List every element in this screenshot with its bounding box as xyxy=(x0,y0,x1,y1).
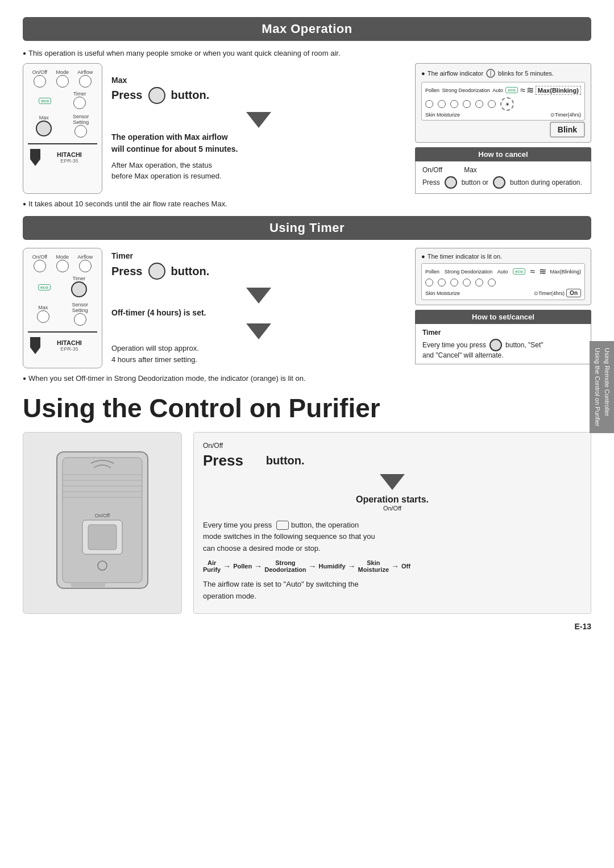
press-label-control: Press xyxy=(203,452,243,470)
hitachi-arrow xyxy=(30,149,40,166)
cancel-onoff-circle xyxy=(445,176,457,189)
remote-control-max: On/Off Mode Airflow eco Timer xyxy=(23,63,102,194)
airflow-icon xyxy=(486,68,496,78)
arrow-down-timer2 xyxy=(246,323,271,339)
button-label-timer: button. xyxy=(171,265,210,278)
max-instruction2: After Max operation, the status before M… xyxy=(111,160,406,182)
how-to-cancel-box: How to cancel On/Off Max Press button or… xyxy=(415,147,591,194)
airflow-note2: operation mode. xyxy=(203,591,582,603)
on-off-sub: On/Off xyxy=(203,505,582,512)
inline-button-placeholder xyxy=(276,521,289,530)
airflow-note: The airflow rate is set to "Auto" by swi… xyxy=(203,579,582,591)
timer-press-circle2 xyxy=(489,339,502,351)
button-label-control: button. xyxy=(266,454,305,467)
max-press-circle xyxy=(148,87,165,104)
using-timer-header: Using Timer xyxy=(23,216,591,240)
press-label-timer: Press xyxy=(111,265,143,278)
timer-sub-label: Timer xyxy=(422,329,584,337)
max-operation-header: Max Operation xyxy=(23,17,591,41)
arrow-down-max xyxy=(246,112,271,128)
purifier-svg: On/Off xyxy=(40,441,165,605)
timer-instruction1: Off-timer (4 hours) is set. xyxy=(111,307,406,319)
svg-rect-13 xyxy=(71,583,105,587)
blink-label: Blink xyxy=(550,122,585,138)
max-right-panel: ● The airflow indicator blinks for 5 min… xyxy=(415,63,591,194)
button-label-max: button. xyxy=(171,89,210,102)
svg-text:On/Off: On/Off xyxy=(95,513,110,518)
mode-flow: Air Purify → Pollen → Strong Deodorizati… xyxy=(203,559,582,573)
timer-right-panel: ● The timer indicator is lit on. Pollen … xyxy=(415,248,591,368)
timer-press-circle xyxy=(148,263,165,280)
cancel-max-circle xyxy=(493,176,505,189)
remote-control-timer: On/Off Mode Airflow eco Timer xyxy=(23,248,102,368)
max-bullet2: It takes about 10 seconds until the air … xyxy=(23,200,591,208)
timer-instruction2: Operation will stop approx. 4 hours afte… xyxy=(111,343,406,365)
arrow-down-timer1 xyxy=(246,288,271,304)
max-instructions: Max Press button. The operation with Max… xyxy=(111,63,406,194)
max-indicator-box: ● The airflow indicator blinks for 5 min… xyxy=(415,63,591,143)
control-instructions: On/Off Press button. Operation starts. O… xyxy=(193,432,591,614)
page-number: E-13 xyxy=(23,622,591,631)
timer-instructions: Timer Press button. Off-timer (4 hours) … xyxy=(111,248,406,368)
every-time-text: Every time you press button, the operati… xyxy=(203,520,582,531)
using-control-title: Using the Control on Purifier xyxy=(23,394,591,423)
timer-indicator-box: ● The timer indicator is lit on. Pollen … xyxy=(415,248,591,305)
timer-title-label: Timer xyxy=(111,251,406,260)
timer-bullet: When you set Off-timer in Strong Deodori… xyxy=(23,374,591,383)
hitachi-arrow2 xyxy=(30,337,40,354)
max-bullet1: This operation is useful when many peopl… xyxy=(23,49,591,57)
svg-rect-10 xyxy=(88,525,117,550)
purifier-image: On/Off xyxy=(23,432,182,614)
max-instruction1: The operation with Max airflow will cont… xyxy=(111,131,406,155)
side-tab: Using Remote Controller Using the Contro… xyxy=(590,341,614,433)
how-to-set-cancel-box: How to set/cancel Timer Every time you p… xyxy=(415,310,591,364)
max-title-label: Max xyxy=(111,76,406,85)
press-label-max: Press xyxy=(111,89,143,102)
operation-starts: Operation starts. xyxy=(203,495,582,505)
arrow-down-control xyxy=(380,474,405,490)
on-off-label: On/Off xyxy=(203,442,582,450)
